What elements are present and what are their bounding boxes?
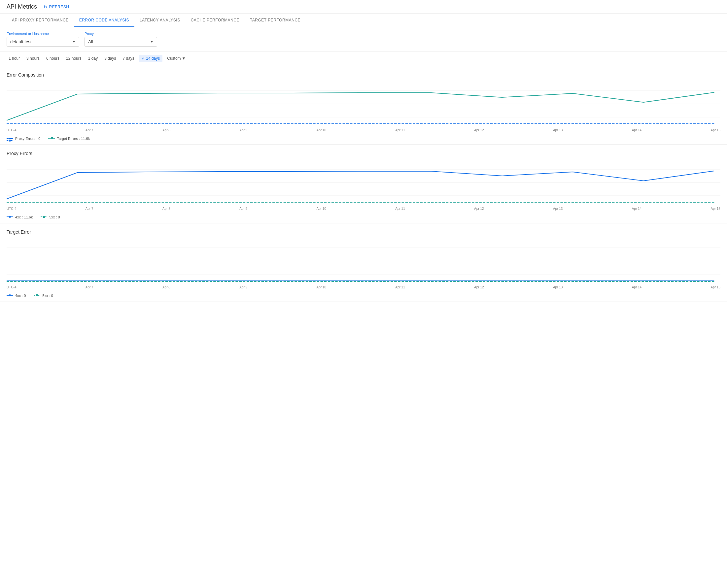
x-label-7: Apr 13 — [553, 128, 563, 132]
app-title: API Metrics — [6, 3, 37, 10]
target-error-title: Target Error — [6, 229, 721, 235]
time-7days[interactable]: 7 days — [121, 55, 136, 62]
time-1day[interactable]: 1 day — [86, 55, 100, 62]
proxy-errors-title: Proxy Errors — [6, 151, 721, 156]
x-label-5: Apr 11 — [395, 128, 405, 132]
environment-dropdown-icon: ▼ — [72, 40, 76, 44]
target-error-x-axis: UTC-4 Apr 7 Apr 8 Apr 9 Apr 10 Apr 11 Ap… — [6, 284, 721, 291]
refresh-icon: ↻ — [44, 4, 48, 9]
te-x-label-5: Apr 11 — [395, 286, 405, 289]
legend-proxy-errors: Proxy Errors : 0 — [6, 136, 40, 141]
legend-proxy-errors-label: Proxy Errors : 0 — [15, 136, 40, 141]
tab-latency-analysis[interactable]: LATENCY ANALYSIS — [134, 14, 185, 27]
proxy-errors-x-axis: UTC-4 Apr 7 Apr 8 Apr 9 Apr 10 Apr 11 Ap… — [6, 206, 721, 212]
x-label-3: Apr 9 — [239, 128, 247, 132]
x-label-6: Apr 12 — [474, 128, 484, 132]
pe-x-label-8: Apr 14 — [632, 207, 642, 211]
custom-dropdown-icon: ▼ — [182, 56, 186, 61]
error-composition-title: Error Composition — [6, 72, 721, 78]
te-x-label-0: UTC-4 — [6, 286, 16, 289]
proxy-errors-legend: 4xx : 11.6k 5xx : 0 — [6, 212, 721, 223]
error-composition-chart — [6, 81, 721, 127]
te-x-label-2: Apr 8 — [162, 286, 170, 289]
time-3days[interactable]: 3 days — [102, 55, 118, 62]
time-filters-bar: 1 hour 3 hours 6 hours 12 hours 1 day 3 … — [0, 51, 727, 66]
svg-point-11 — [9, 216, 11, 218]
proxy-filter-group: Proxy All ▼ — [84, 32, 157, 46]
legend-te-5xx: 5xx : 0 — [34, 294, 53, 298]
te-x-label-8: Apr 14 — [632, 286, 642, 289]
svg-rect-20 — [36, 294, 38, 296]
legend-target-errors: Target Errors : 11.6k — [48, 136, 90, 141]
legend-proxy-errors-line — [6, 138, 13, 139]
pe-x-label-6: Apr 12 — [474, 207, 484, 211]
te-x-label-1: Apr 7 — [85, 286, 94, 289]
time-12hours[interactable]: 12 hours — [64, 55, 83, 62]
legend-te-4xx: 4xx : 0 — [6, 294, 26, 298]
target-error-section: Target Error UTC-4 Apr 7 Apr 8 Apr 9 Apr… — [0, 224, 727, 302]
tab-target-performance[interactable]: TARGET PERFORMANCE — [245, 14, 306, 27]
pe-x-label-5: Apr 11 — [395, 207, 405, 211]
environment-select[interactable]: default-test ▼ — [6, 37, 79, 46]
svg-point-4 — [9, 140, 11, 142]
te-x-label-6: Apr 12 — [474, 286, 484, 289]
legend-target-errors-line — [48, 136, 55, 141]
svg-point-18 — [9, 294, 11, 296]
svg-rect-13 — [43, 216, 45, 218]
legend-te-4xx-label: 4xx : 0 — [15, 294, 26, 298]
tab-cache-performance[interactable]: CACHE PERFORMANCE — [185, 14, 245, 27]
x-label-1: Apr 7 — [85, 128, 94, 132]
legend-te-5xx-line — [34, 294, 40, 298]
time-6hours[interactable]: 6 hours — [44, 55, 61, 62]
proxy-select[interactable]: All ▼ — [84, 37, 157, 46]
x-label-0: UTC-4 — [6, 128, 16, 132]
refresh-button[interactable]: ↻ REFRESH — [44, 4, 69, 9]
environment-label: Environment or Hostname — [6, 32, 79, 36]
pe-x-label-2: Apr 8 — [162, 207, 170, 211]
error-composition-section: Error Composition UTC-4 Apr 7 Apr 8 Apr … — [0, 66, 727, 145]
x-label-4: Apr 10 — [316, 128, 326, 132]
legend-5xx: 5xx : 0 — [41, 215, 60, 219]
pe-x-label-7: Apr 13 — [553, 207, 563, 211]
legend-te-5xx-label: 5xx : 0 — [42, 294, 53, 298]
x-label-8: Apr 14 — [632, 128, 642, 132]
legend-4xx-label: 4xx : 11.6k — [15, 215, 33, 219]
pe-x-label-9: Apr 15 — [710, 207, 720, 211]
proxy-errors-chart — [6, 160, 721, 206]
time-custom[interactable]: Custom ▼ — [165, 55, 187, 62]
legend-5xx-line — [41, 215, 47, 219]
te-x-label-3: Apr 9 — [239, 286, 247, 289]
legend-5xx-label: 5xx : 0 — [49, 215, 60, 219]
filters-bar: Environment or Hostname default-test ▼ P… — [0, 27, 727, 51]
app-header: API Metrics ↻ REFRESH — [0, 0, 727, 14]
tab-error-code-analysis[interactable]: ERROR CODE ANALYSIS — [74, 14, 134, 27]
proxy-dropdown-icon: ▼ — [150, 40, 154, 44]
error-composition-x-axis: UTC-4 Apr 7 Apr 8 Apr 9 Apr 10 Apr 11 Ap… — [6, 127, 721, 134]
tab-api-proxy-performance[interactable]: API PROXY PERFORMANCE — [6, 14, 74, 27]
legend-target-errors-label: Target Errors : 11.6k — [57, 136, 90, 141]
te-x-label-9: Apr 15 — [710, 286, 720, 289]
pe-x-label-1: Apr 7 — [85, 207, 94, 211]
target-error-chart — [6, 238, 721, 284]
legend-4xx: 4xx : 11.6k — [6, 215, 33, 219]
pe-x-label-0: UTC-4 — [6, 207, 16, 211]
te-x-label-4: Apr 10 — [316, 286, 326, 289]
proxy-label: Proxy — [84, 32, 157, 36]
legend-te-4xx-line — [6, 294, 13, 298]
svg-rect-6 — [51, 137, 53, 139]
x-label-9: Apr 15 — [710, 128, 720, 132]
time-3hours[interactable]: 3 hours — [24, 55, 42, 62]
x-label-2: Apr 8 — [162, 128, 170, 132]
time-1hour[interactable]: 1 hour — [6, 55, 22, 62]
error-composition-legend: Proxy Errors : 0 Target Errors : 11.6k — [6, 134, 721, 145]
legend-4xx-line — [6, 215, 13, 219]
tabs-bar: API PROXY PERFORMANCE ERROR CODE ANALYSI… — [0, 14, 727, 27]
time-14days[interactable]: 14 days — [139, 55, 162, 62]
te-x-label-7: Apr 13 — [553, 286, 563, 289]
pe-x-label-3: Apr 9 — [239, 207, 247, 211]
proxy-errors-section: Proxy Errors UTC-4 Apr 7 Apr 8 Apr 9 Apr… — [0, 145, 727, 224]
pe-x-label-4: Apr 10 — [316, 207, 326, 211]
target-error-legend: 4xx : 0 5xx : 0 — [6, 291, 721, 301]
environment-filter-group: Environment or Hostname default-test ▼ — [6, 32, 79, 46]
charts-container: Error Composition UTC-4 Apr 7 Apr 8 Apr … — [0, 66, 727, 302]
